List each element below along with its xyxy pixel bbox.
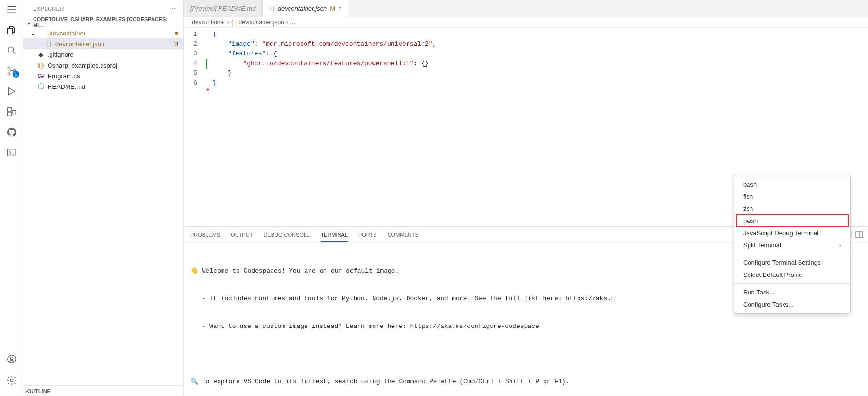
- outline-header[interactable]: › OUTLINE: [23, 385, 183, 396]
- panel-tab[interactable]: PORTS: [358, 228, 377, 241]
- menu-item[interactable]: fish: [734, 190, 850, 203]
- chevron-right-icon: ›: [839, 241, 841, 249]
- menu-item-label: bash: [743, 181, 757, 188]
- menu-item-label: Select Default Profile: [743, 271, 802, 278]
- xml-icon: ⟪⟫: [37, 61, 45, 69]
- svg-point-1: [8, 67, 10, 69]
- menu-item-label: Run Task...: [743, 289, 775, 296]
- menu-icon[interactable]: [6, 4, 17, 16]
- panel-tab[interactable]: TERMINAL: [321, 228, 348, 242]
- menu-item-label: Configure Terminal Settings: [743, 259, 820, 266]
- menu-item-label: JavaScript Debug Terminal: [743, 229, 818, 237]
- breadcrumb-folder: .devcontainer: [190, 19, 225, 26]
- panel-tab[interactable]: OUTPUT: [231, 228, 253, 241]
- panel-tab[interactable]: PROBLEMS: [190, 228, 220, 241]
- terminal-line: 🔍 To explore VS Code to its fullest, sea…: [190, 377, 861, 386]
- sidebar-title: EXPLORER: [33, 6, 64, 12]
- file-name: README.md: [48, 83, 85, 90]
- menu-item[interactable]: JavaScript Debug Terminal: [734, 227, 850, 239]
- file-item[interactable]: { }devcontainer.jsonM: [23, 38, 183, 49]
- split-icon[interactable]: [855, 231, 863, 239]
- menu-item[interactable]: Run Task...: [734, 286, 850, 298]
- file-name: Program.cs: [48, 72, 80, 80]
- chevron-right-icon: ›: [286, 19, 288, 26]
- menu-item[interactable]: Select Default Profile: [734, 269, 850, 281]
- menu-item[interactable]: zsh: [734, 203, 850, 215]
- panel: PROBLEMSOUTPUTDEBUG CONSOLETERMINALPORTS…: [184, 226, 868, 396]
- tab-label: [Preview] README.md: [190, 5, 255, 12]
- menu-item[interactable]: Split Terminal›: [734, 239, 850, 251]
- workspace-name: CODETOLIVE_CSHARP_EXAMPLES [CODESPACES: …: [33, 17, 179, 28]
- outline-label: OUTLINE: [27, 388, 51, 394]
- settings-gear-icon[interactable]: [6, 375, 17, 386]
- close-icon[interactable]: ×: [338, 4, 342, 12]
- accounts-icon[interactable]: [6, 353, 17, 365]
- panel-tab[interactable]: COMMENTS: [388, 228, 419, 241]
- file-item[interactable]: ⟪⟫Csharp_examples.csproj: [23, 60, 183, 70]
- svg-point-4: [7, 93, 9, 95]
- menu-item-label: fish: [743, 193, 753, 200]
- breadcrumb-suffix: …: [290, 19, 296, 26]
- file-item[interactable]: ◆.gitignore: [23, 49, 183, 60]
- editor-tabs: [Preview] README.md{ }devcontainer.jsonM…: [184, 0, 868, 17]
- svg-rect-8: [7, 149, 16, 156]
- line-numbers: 123456: [184, 28, 206, 226]
- chevron-down-icon: ⌄: [25, 19, 33, 26]
- run-debug-icon[interactable]: [6, 86, 17, 97]
- json-icon: { }: [270, 5, 274, 11]
- info-icon: ⓘ: [37, 83, 45, 90]
- file-name: .gitignore: [48, 51, 73, 58]
- sidebar: EXPLORER ⋯ ⌄ CODETOLIVE_CSHARP_EXAMPLES …: [23, 0, 184, 396]
- tab-status: M: [330, 5, 335, 12]
- terminal-panel-icon[interactable]: [6, 147, 17, 158]
- menu-item[interactable]: pwsh: [736, 215, 848, 227]
- svg-rect-7: [12, 110, 15, 114]
- file-tree: ⌄.devcontainer{ }devcontainer.jsonM◆.git…: [23, 28, 183, 385]
- menu-item-label: pwsh: [743, 217, 758, 224]
- github-icon[interactable]: [6, 126, 17, 138]
- cs-icon: C#: [37, 72, 45, 80]
- code[interactable]: { "image": "mcr.microsoft.com/devcontain…: [213, 28, 436, 226]
- svg-point-0: [8, 47, 13, 52]
- file-item[interactable]: C#Program.cs: [23, 70, 183, 81]
- svg-rect-6: [7, 112, 11, 116]
- activity-bar: 1: [0, 0, 23, 396]
- panel-tab[interactable]: DEBUG CONSOLE: [263, 228, 310, 241]
- folder-icon: [37, 29, 45, 37]
- fold-gutter: ▶: [208, 28, 213, 226]
- breadcrumb-file: devcontainer.json: [238, 19, 284, 26]
- file-item[interactable]: ⓘREADME.md: [23, 81, 183, 92]
- menu-item-label: Configure Tasks...: [743, 301, 794, 308]
- extensions-icon[interactable]: [6, 106, 17, 118]
- main: [Preview] README.md{ }devcontainer.jsonM…: [184, 0, 868, 396]
- sidebar-more-icon[interactable]: ⋯: [169, 4, 177, 13]
- terminal-line: - Want to use a custom image instead? Le…: [190, 322, 861, 331]
- editor-tab[interactable]: [Preview] README.md: [184, 0, 263, 17]
- svg-point-10: [10, 357, 13, 360]
- sidebar-title-row: EXPLORER ⋯: [23, 0, 183, 17]
- tab-label: devcontainer.json: [278, 5, 327, 12]
- menu-item-label: zsh: [743, 205, 753, 212]
- source-control-icon[interactable]: 1: [6, 65, 17, 77]
- git-icon: ◆: [37, 51, 45, 58]
- file-name: Csharp_examples.csproj: [48, 62, 117, 69]
- svg-rect-5: [7, 108, 11, 111]
- editor-tab[interactable]: { }devcontainer.jsonM×: [263, 0, 349, 17]
- folder-item[interactable]: ⌄.devcontainer: [23, 28, 183, 38]
- terminal-profile-menu: bashfishzshpwshJavaScript Debug Terminal…: [734, 175, 851, 314]
- menu-item[interactable]: Configure Terminal Settings: [734, 257, 850, 269]
- menu-item[interactable]: bash: [734, 178, 850, 190]
- menu-item-label: Split Terminal: [743, 241, 781, 249]
- scm-badge: 1: [13, 71, 19, 78]
- workspace-header[interactable]: ⌄ CODETOLIVE_CSHARP_EXAMPLES [CODESPACES…: [23, 17, 183, 28]
- json-icon: { }: [45, 40, 52, 48]
- file-name: .devcontainer: [48, 30, 85, 37]
- explorer-icon[interactable]: [6, 24, 17, 36]
- svg-point-11: [10, 379, 13, 382]
- menu-item[interactable]: Configure Tasks...: [734, 298, 850, 310]
- svg-point-2: [8, 73, 10, 75]
- chevron-right-icon: ›: [227, 19, 229, 26]
- file-name: devcontainer.json: [55, 40, 104, 48]
- search-icon[interactable]: [6, 45, 17, 56]
- breadcrumb[interactable]: .devcontainer › { } devcontainer.json › …: [184, 17, 868, 28]
